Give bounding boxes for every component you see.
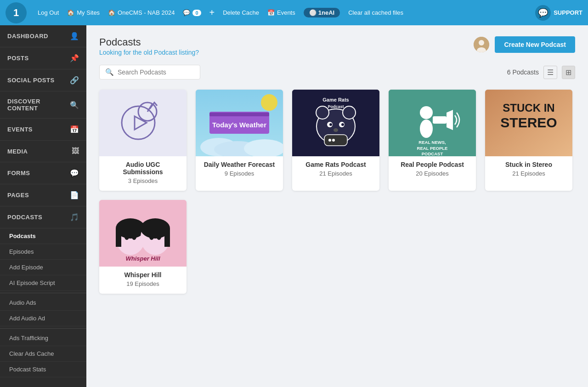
old-listing-link[interactable]: Looking for the old Podcast listing? xyxy=(99,49,199,56)
support-icon[interactable]: 💬 xyxy=(535,5,551,21)
podcast-info-weather: Daily Weather Forecast 9 Episodes xyxy=(196,156,283,183)
calendar-icon: 📅 xyxy=(267,9,275,16)
podcast-episodes-ugc: 3 Episodes xyxy=(106,177,180,184)
page-subtitle: Looking for the old Podcast listing? xyxy=(99,48,199,57)
podcast-name-ugc: Audio UGC Submissions xyxy=(106,161,180,176)
podcast-name-realnews: Real People Podcast xyxy=(395,161,469,168)
svg-rect-50 xyxy=(164,228,170,247)
sidebar-item-discover[interactable]: DISCOVER CONTENT 🔍 xyxy=(0,91,86,119)
svg-rect-26 xyxy=(324,135,347,146)
comments-link[interactable]: 💬 0 xyxy=(183,9,201,16)
podcast-name-stereo: Stuck in Stereo xyxy=(492,161,566,168)
podcast-card-whisper[interactable]: Whisper Hill Whisper Hill 19 Episodes xyxy=(99,200,187,294)
sidebar-item-posts[interactable]: POSTS 📌 xyxy=(0,47,86,69)
clear-cached-link[interactable]: Clear all cached files xyxy=(348,9,403,16)
forms-icon: 💬 xyxy=(70,169,79,177)
comment-icon: 💬 xyxy=(183,9,190,16)
svg-text:STUCK IN: STUCK IN xyxy=(503,102,554,114)
onecms-link[interactable]: 🏠 OneCMS - NAB 2024 xyxy=(108,9,175,16)
svg-text:REAL PEOPLE: REAL PEOPLE xyxy=(417,146,448,151)
search-icon: 🔍 xyxy=(105,68,114,76)
header-right: Create New Podcast xyxy=(474,36,575,53)
sidebar-sub-add-episode[interactable]: Add Episode xyxy=(0,260,86,275)
svg-text:Today's Weather: Today's Weather xyxy=(212,121,266,129)
podcast-count: 6 Podcasts xyxy=(507,68,539,76)
svg-point-24 xyxy=(341,123,344,126)
user-avatar xyxy=(474,37,489,52)
podcast-card-gamerats[interactable]: Game Rats Podcast Game Rats Podcast 21 E… xyxy=(292,90,379,191)
svg-text:Game Rats: Game Rats xyxy=(322,97,349,102)
sidebar-sub-clear-cache[interactable]: Clear Ads Cache xyxy=(0,346,86,362)
podcast-thumb-realnews: REAL NEWS, REAL PEOPLE PODCAST xyxy=(389,90,476,156)
list-view-button[interactable]: ☰ xyxy=(543,66,557,79)
mysites-link[interactable]: 🏠 My Sites xyxy=(67,9,100,16)
svg-point-28 xyxy=(332,139,335,142)
create-podcast-button[interactable]: Create New Podcast xyxy=(495,36,575,53)
sidebar-sub-ads-trafficking[interactable]: Ads Trafficking xyxy=(0,330,86,346)
sidebar-item-podcasts[interactable]: PODCASTS 🎵 xyxy=(0,206,86,228)
sidebar-label-discover: DISCOVER CONTENT xyxy=(7,98,70,112)
count-view-wrap: 6 Podcasts ☰ ⊞ xyxy=(507,66,575,79)
podcast-info-stereo: Stuck in Stereo 21 Episodes xyxy=(485,156,572,183)
sidebar-item-media[interactable]: MEDIA 🖼 xyxy=(0,141,86,162)
sidebar-item-pages[interactable]: PAGES 📄 xyxy=(0,184,86,206)
svg-text:STEREO: STEREO xyxy=(500,115,557,130)
sidebar-sub-podcast-stats[interactable]: Podcast Stats xyxy=(0,362,86,377)
svg-text:Whisper Hill: Whisper Hill xyxy=(125,255,160,262)
social-icon: 🔗 xyxy=(70,76,79,85)
svg-point-23 xyxy=(329,123,332,126)
sidebar-item-events[interactable]: EVENTS 📅 xyxy=(0,119,86,141)
podcast-episodes-weather: 9 Episodes xyxy=(202,170,277,177)
podcast-name-weather: Daily Weather Forecast xyxy=(202,161,277,168)
podcast-card-realnews[interactable]: REAL NEWS, REAL PEOPLE PODCAST Real Peop… xyxy=(389,90,476,191)
onecms-icon: 🏠 xyxy=(108,9,115,16)
events-link[interactable]: 📅 Events xyxy=(267,9,295,16)
podcast-info-ugc: Audio UGC Submissions 3 Episodes xyxy=(99,156,187,191)
logout-link[interactable]: Log Out xyxy=(38,9,59,16)
logo[interactable]: 1 xyxy=(6,2,27,23)
podcast-episodes-whisper: 19 Episodes xyxy=(106,280,180,287)
podcast-name-whisper: Whisper Hill xyxy=(106,271,180,279)
discover-icon: 🔍 xyxy=(70,101,79,109)
podcast-thumb-ugc xyxy=(99,90,187,156)
sidebar-label-podcasts: PODCASTS xyxy=(7,214,42,221)
ai-logo[interactable]: ⚪ 1neAI xyxy=(304,8,340,17)
page-title: Podcasts xyxy=(99,36,199,48)
svg-rect-3 xyxy=(99,90,187,156)
delete-cache-link[interactable]: Delete Cache xyxy=(223,9,259,16)
svg-marker-35 xyxy=(447,110,453,130)
grid-view-button[interactable]: ⊞ xyxy=(562,66,575,79)
posts-icon: 📌 xyxy=(70,54,79,63)
sidebar-sub-add-audio[interactable]: Add Audio Ad xyxy=(0,311,86,326)
svg-point-46 xyxy=(124,233,129,240)
svg-text:REAL NEWS,: REAL NEWS, xyxy=(418,140,446,145)
main-content: Podcasts Looking for the old Podcast lis… xyxy=(86,25,588,387)
sidebar-sub-episodes[interactable]: Episodes xyxy=(0,244,86,260)
add-button[interactable]: + xyxy=(209,7,215,18)
podcast-name-gamerats: Game Rats Podcast xyxy=(299,161,373,168)
svg-text:PODCAST: PODCAST xyxy=(422,151,443,156)
sidebar-item-dashboard[interactable]: DASHBOARD 👤 xyxy=(0,25,86,47)
sidebar-label-posts: POSTS xyxy=(7,55,29,62)
home-icon: 🏠 xyxy=(67,9,74,16)
podcast-card-ugc[interactable]: Audio UGC Submissions 3 Episodes xyxy=(99,90,187,191)
podcast-thumb-stereo: STUCK IN STEREO xyxy=(485,90,572,156)
sidebar-sub-audio-ads[interactable]: Audio Ads xyxy=(0,295,86,311)
top-navigation: 1 Log Out 🏠 My Sites 🏠 OneCMS - NAB 2024… xyxy=(0,0,588,25)
podcast-episodes-realnews: 20 Episodes xyxy=(395,170,469,177)
search-input[interactable] xyxy=(118,68,194,76)
sidebar-sub-podcasts[interactable]: Podcasts xyxy=(0,228,86,244)
support-label: SUPPORT xyxy=(554,9,582,16)
sidebar-item-social-posts[interactable]: SOCIAL POSTS 🔗 xyxy=(0,69,86,91)
svg-point-19 xyxy=(316,106,329,119)
podcasts-icon: 🎵 xyxy=(70,213,79,222)
sidebar-sub-ai-script[interactable]: AI Episode Script xyxy=(0,275,86,291)
podcast-card-stereo[interactable]: STUCK IN STEREO Stuck in Stereo 21 Episo… xyxy=(485,90,572,191)
podcast-card-weather[interactable]: Today's Weather Daily Weather Forecast 9… xyxy=(196,90,283,191)
sidebar-item-forms[interactable]: FORMS 💬 xyxy=(0,162,86,184)
podcast-thumb-weather: Today's Weather xyxy=(196,90,283,156)
svg-point-52 xyxy=(157,233,161,240)
podcast-info-realnews: Real People Podcast 20 Episodes xyxy=(389,156,476,183)
header-left: Podcasts Looking for the old Podcast lis… xyxy=(99,36,199,57)
page-header: Podcasts Looking for the old Podcast lis… xyxy=(99,36,575,57)
